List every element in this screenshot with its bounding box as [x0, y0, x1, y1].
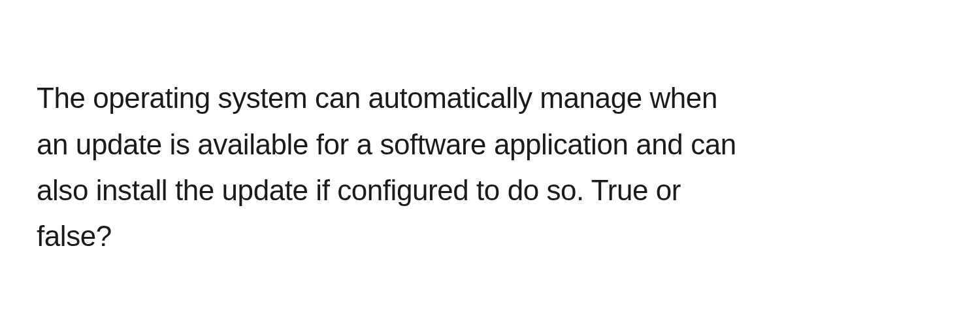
question-text: The operating system can automatically m… — [37, 75, 755, 260]
